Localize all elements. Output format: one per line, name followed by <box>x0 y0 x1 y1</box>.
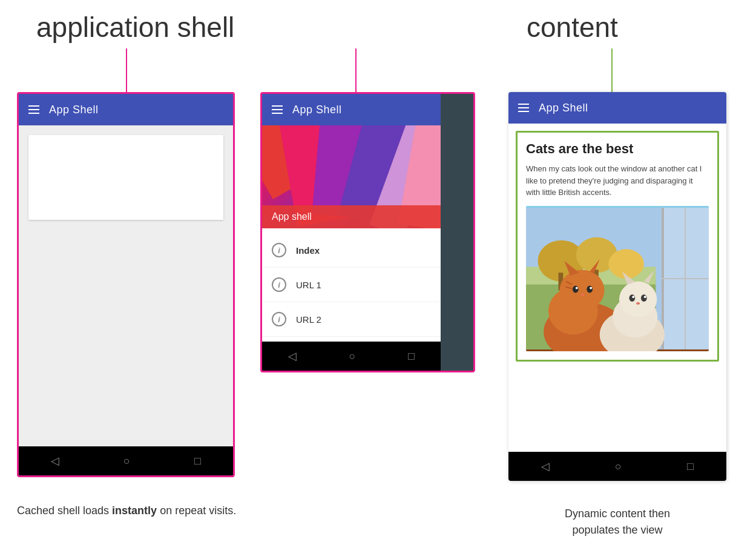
svg-point-21 <box>581 294 585 296</box>
phone2-main: App Shell App shell i Index <box>262 94 441 371</box>
phone1-app-bar: App Shell <box>19 94 233 125</box>
connector-line-pink-1 <box>126 48 127 92</box>
phone1-app-bar-title: App Shell <box>49 104 99 116</box>
svg-point-30 <box>641 294 647 302</box>
nav-item-index-label: Index <box>296 245 320 256</box>
svg-point-20 <box>590 286 592 289</box>
nav-item-url1[interactable]: i URL 1 <box>262 268 441 302</box>
phone2-app-bar-title: App Shell <box>292 104 342 116</box>
caption-left-text2: on repeat visits. <box>157 504 236 517</box>
connector-line-pink-2 <box>355 48 357 92</box>
svg-point-5 <box>608 249 643 279</box>
page: application shell content App Shell ◁ ○ … <box>0 0 756 559</box>
content-label: content <box>527 11 618 44</box>
svg-point-17 <box>573 285 579 293</box>
phone3-body: Cats are the best When my cats look out … <box>508 131 726 452</box>
info-icon-url2: i <box>272 312 286 326</box>
content-article-desc: When my cats look out the window at anot… <box>526 163 709 199</box>
phone2-nav-list: i Index i URL 1 i URL 2 <box>262 228 441 342</box>
back-icon: ◁ <box>51 454 59 468</box>
caption-left-text1: Cached shell loads <box>17 504 112 517</box>
phone2-recents-icon: □ <box>408 350 415 363</box>
phone1-content-placeholder <box>28 135 223 220</box>
phone2-side-strip <box>441 94 473 371</box>
application-shell-label: application shell <box>36 11 234 44</box>
content-box: Cats are the best When my cats look out … <box>516 131 719 362</box>
phone1-body <box>19 125 233 446</box>
recents-icon: □ <box>194 455 201 468</box>
svg-point-14 <box>560 270 605 311</box>
phone3-frame: App Shell Cats are the best When my cats… <box>508 92 726 481</box>
phone2-back-icon: ◁ <box>288 349 297 363</box>
phone2-hamburger-icon <box>272 105 283 114</box>
info-icon-index: i <box>272 243 286 257</box>
phone3-hamburger-icon <box>518 104 529 112</box>
phone3-back-icon: ◁ <box>541 460 550 473</box>
caption-right-line2: populates the view <box>508 522 726 538</box>
phone2-frame: App Shell App shell i Index <box>260 92 475 372</box>
hamburger-icon <box>28 105 39 114</box>
nav-item-url2-label: URL 2 <box>296 314 321 325</box>
app-shell-overlay-label: App shell <box>262 205 441 228</box>
connector-line-green <box>611 48 613 92</box>
svg-point-33 <box>636 302 640 304</box>
phone1-frame: App Shell ◁ ○ □ <box>17 92 235 477</box>
phone3-app-bar: App Shell <box>508 92 726 124</box>
content-article-title: Cats are the best <box>526 141 709 157</box>
caption-left: Cached shell loads instantly on repeat v… <box>17 503 253 519</box>
phone3-recents-icon: □ <box>687 460 694 473</box>
phone2-hero-image: App shell <box>262 125 441 228</box>
caption-right-line1: Dynamic content then <box>508 506 726 522</box>
home-icon: ○ <box>123 455 130 468</box>
cat-svg <box>526 206 709 351</box>
svg-point-26 <box>619 281 657 316</box>
svg-point-32 <box>644 296 646 298</box>
phone2-nav-bar: ◁ ○ □ <box>262 342 441 371</box>
info-icon-url1: i <box>272 277 286 292</box>
caption-right: Dynamic content then populates the view <box>508 506 726 538</box>
phone2-home-icon: ○ <box>349 350 356 363</box>
svg-point-19 <box>576 286 578 289</box>
phone3-nav-bar: ◁ ○ □ <box>508 452 726 481</box>
nav-item-url2[interactable]: i URL 2 <box>262 302 441 337</box>
phone3-app-bar-title: App Shell <box>539 102 588 114</box>
svg-point-29 <box>629 294 635 302</box>
caption-bold: instantly <box>112 504 157 517</box>
phone1-nav-bar: ◁ ○ □ <box>19 446 233 475</box>
cat-image <box>526 206 709 351</box>
svg-point-31 <box>632 296 634 298</box>
svg-point-18 <box>587 285 593 293</box>
nav-item-index[interactable]: i Index <box>262 233 441 268</box>
phone2-app-bar: App Shell <box>262 94 441 125</box>
nav-item-url1-label: URL 1 <box>296 280 321 290</box>
phone3-home-icon: ○ <box>615 460 622 473</box>
